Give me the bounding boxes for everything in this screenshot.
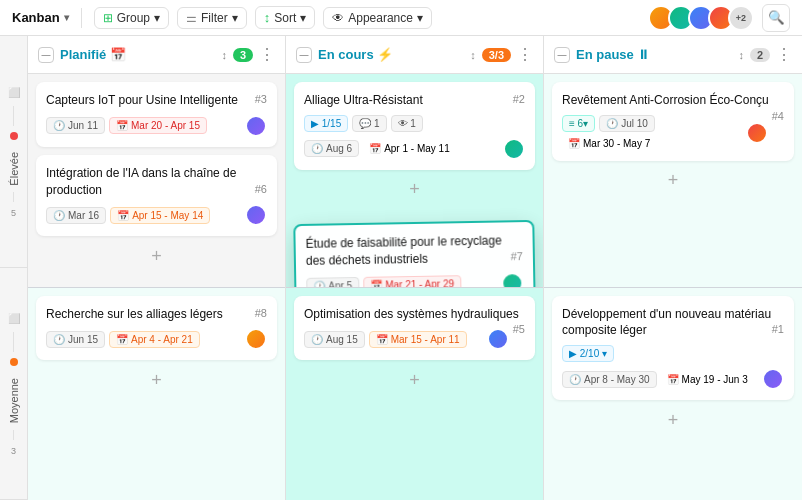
calendar-icon-3: 📅 [116, 334, 128, 345]
planifie-sort-icon[interactable]: ↕ [221, 49, 227, 61]
column-header-encours: — En cours ⚡ ↕ 3/3 ⋮ [286, 36, 543, 74]
encours-elevee-add[interactable]: + [403, 178, 427, 202]
tag-mar30: 📅 Mar 30 - May 7 [562, 136, 656, 151]
card-alliage-avatar [503, 138, 525, 160]
card-ia-meta: 🕐 Mar 16 📅 Apr 15 - May 14 [46, 207, 210, 224]
card-developpement[interactable]: Développement d'un nouveau matériau comp… [552, 296, 794, 401]
calendar-icon: 📅 [116, 120, 128, 131]
search-button[interactable]: 🔍 [762, 4, 790, 32]
moyenne-collapse[interactable]: ⬜ [6, 311, 22, 326]
enpause-emoji: ⏸ [637, 47, 650, 62]
card-optimisation-title: Optimisation des systèmes hydrauliques #… [304, 306, 525, 323]
column-header-enpause: — En pause ⏸ ↕ 2 ⋮ [544, 36, 802, 74]
card-optimisation-footer: 🕐 Aug 15 📅 Mar 15 - Apr 11 [304, 328, 509, 350]
card-ia[interactable]: Intégration de l'IA dans la chaîne de pr… [36, 155, 277, 237]
enpause-sort-icon[interactable]: ↕ [738, 49, 744, 61]
tag-jul10: 🕐 Jul 10 [599, 115, 655, 132]
calendar-icon-2: 📅 [117, 210, 129, 221]
clock-icon: 🕐 [53, 120, 65, 131]
card-capteurs-title: Capteurs IoT pour Usine Intelligente #3 [46, 92, 267, 109]
planifie-count: 3 [233, 48, 253, 62]
planifie-elevee-section: Capteurs IoT pour Usine Intelligente #3 … [28, 74, 285, 287]
tag-apr8: 🕐 Apr 8 - May 30 [562, 371, 657, 388]
card-optimisation-number: #5 [513, 322, 525, 337]
tag-mar15: 📅 Mar 15 - Apr 11 [369, 331, 467, 348]
encours-moyenne-section: Optimisation des systèmes hydrauliques #… [286, 287, 543, 501]
card-capteurs-footer: 🕐 Jun 11 📅 Mar 20 - Apr 15 [46, 115, 267, 137]
card-etude-meta: 🕐 Apr 5 📅 Mar 21 - Apr 29 [306, 275, 461, 286]
tag-jun11: 🕐 Jun 11 [46, 117, 105, 134]
enpause-elevee-section: Revêtement Anti-Corrosion Éco-Conçu #4 ≡… [544, 74, 802, 287]
tag-mar20: 📅 Mar 20 - Apr 15 [109, 117, 207, 134]
elevee-num: 5 [11, 208, 16, 218]
calendar-icon-5: 📅 [370, 279, 382, 286]
tag-apr1: 📅 Apr 1 - May 11 [363, 141, 456, 156]
tag-1-15: ▶ 1/15 [304, 115, 348, 132]
moyenne-num: 3 [11, 446, 16, 456]
avatar-plus: +2 [728, 5, 754, 31]
group-icon: ⊞ [103, 11, 113, 25]
encours-moyenne-add[interactable]: + [403, 368, 427, 392]
enpause-sections: Revêtement Anti-Corrosion Éco-Conçu #4 ≡… [544, 74, 802, 500]
planifie-moyenne-add[interactable]: + [145, 368, 169, 392]
card-revetement-title: Revêtement Anti-Corrosion Éco-Conçu #4 [562, 92, 784, 109]
card-developpement-meta: 🕐 Apr 8 - May 30 📅 May 19 - Jun 3 [562, 371, 754, 388]
elevee-collapse[interactable]: ⬜ [6, 85, 22, 100]
avatars: +2 [648, 5, 754, 31]
sort-icon: ↕ [264, 10, 271, 25]
clock-icon-2: 🕐 [53, 210, 65, 221]
encours-sections: Alliage Ultra-Résistant #2 ▶ 1/15 💬 1 👁 … [286, 74, 543, 500]
calendar-icon-6: 📅 [376, 334, 388, 345]
tag-may19: 📅 May 19 - Jun 3 [661, 372, 754, 387]
card-optimisation[interactable]: Optimisation des systèmes hydrauliques #… [294, 296, 535, 361]
toolbar-right: +2 🔍 [648, 4, 790, 32]
card-etude-avatar [501, 271, 523, 286]
encours-more-btn[interactable]: ⋮ [517, 45, 533, 64]
card-alliage-title: Alliage Ultra-Résistant #2 [304, 92, 525, 109]
sort-button[interactable]: ↕ Sort ▾ [255, 6, 316, 29]
card-etude-dragging[interactable]: Étude de faisabilité pour le recyclage d… [293, 220, 535, 287]
card-revetement[interactable]: Revêtement Anti-Corrosion Éco-Conçu #4 ≡… [552, 82, 794, 161]
row-labels: ⬜ Élevée 5 ⬜ Moyenne 3 [0, 36, 28, 500]
card-ia-avatar [245, 204, 267, 226]
tag-comment: 💬 1 [352, 115, 386, 132]
planifie-elevee-add[interactable]: + [145, 244, 169, 268]
card-revetement-avatar [746, 122, 768, 144]
brand[interactable]: Kanban ▾ [12, 10, 69, 25]
encours-emoji: ⚡ [377, 47, 393, 62]
tag-apr5: 🕐 Apr 5 [306, 277, 359, 287]
encours-collapse-btn[interactable]: — [296, 47, 312, 63]
appearance-button[interactable]: 👁 Appearance ▾ [323, 7, 432, 29]
moyenne-label: Moyenne [8, 378, 20, 423]
enpause-more-btn[interactable]: ⋮ [776, 45, 792, 64]
tag-aug15: 🕐 Aug 15 [304, 331, 365, 348]
planifie-collapse-btn[interactable]: — [38, 47, 54, 63]
encours-title: En cours ⚡ [318, 47, 464, 62]
clock-icon-6: 🕐 [311, 334, 323, 345]
card-optimisation-avatar [487, 328, 509, 350]
row-label-moyenne: ⬜ Moyenne 3 [0, 268, 27, 500]
card-capteurs[interactable]: Capteurs IoT pour Usine Intelligente #3 … [36, 82, 277, 147]
enpause-elevee-add[interactable]: + [661, 169, 685, 193]
group-button[interactable]: ⊞ Group ▾ [94, 7, 169, 29]
filter-chevron: ▾ [232, 11, 238, 25]
card-recherche-avatar [245, 328, 267, 350]
main-layout: ⬜ Élevée 5 ⬜ Moyenne 3 [0, 36, 802, 500]
card-recherche[interactable]: Recherche sur les alliages légers #8 🕐 J… [36, 296, 277, 361]
enpause-count: 2 [750, 48, 770, 62]
calendar-icon-8: 📅 [667, 374, 679, 385]
enpause-collapse-btn[interactable]: — [554, 47, 570, 63]
filter-label: Filter [201, 11, 228, 25]
filter-button[interactable]: ⚌ Filter ▾ [177, 7, 247, 29]
encours-elevee-section: Alliage Ultra-Résistant #2 ▶ 1/15 💬 1 👁 … [286, 74, 543, 287]
enpause-moyenne-add[interactable]: + [661, 408, 685, 432]
planifie-sections: Capteurs IoT pour Usine Intelligente #3 … [28, 74, 285, 500]
row-label-elevee: ⬜ Élevée 5 [0, 36, 27, 268]
appearance-label: Appearance [348, 11, 413, 25]
card-alliage[interactable]: Alliage Ultra-Résistant #2 ▶ 1/15 💬 1 👁 … [294, 82, 535, 170]
clock-icon-7: 🕐 [606, 118, 618, 129]
encours-sort-icon[interactable]: ↕ [470, 49, 476, 61]
board: — Planifié 📅 ↕ 3 ⋮ Capteurs IoT pour Usi… [28, 36, 802, 500]
planifie-more-btn[interactable]: ⋮ [259, 45, 275, 64]
card-recherche-title: Recherche sur les alliages légers #8 [46, 306, 267, 323]
